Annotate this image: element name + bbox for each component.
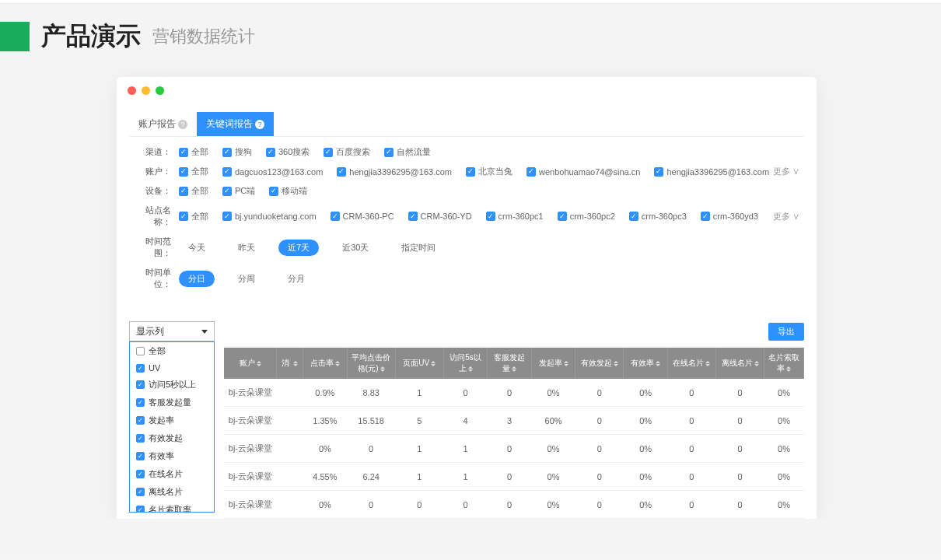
close-icon[interactable] — [128, 86, 136, 95]
minimize-icon[interactable] — [142, 86, 150, 95]
range-pill[interactable]: 指定时间 — [392, 240, 445, 256]
sort-icon[interactable] — [754, 361, 759, 366]
column-header[interactable]: 消 — [277, 348, 303, 379]
unit-pill[interactable]: 分周 — [229, 271, 264, 287]
column-header[interactable]: 访问5s以上 — [443, 348, 487, 379]
checkbox-icon — [324, 148, 333, 157]
table-cell: 0% — [764, 379, 804, 407]
export-button[interactable]: 导出 — [768, 323, 804, 341]
column-dropdown[interactable]: 全部UV访问5秒以上客服发起量发起率有效发起有效率在线名片离线名片名片索取率有效… — [129, 341, 215, 513]
filter-checkbox[interactable]: CRM-360-PC — [331, 212, 394, 221]
dropdown-label: 访问5秒以上 — [149, 379, 196, 390]
help-icon[interactable]: ? — [255, 120, 264, 129]
column-header[interactable]: 客服发起量 — [488, 348, 531, 379]
dropdown-item[interactable]: 有效率 — [130, 447, 214, 465]
column-header[interactable]: 页面UV — [395, 348, 443, 379]
column-header[interactable]: 平均点击价格(元) — [347, 348, 395, 379]
filter-checkbox[interactable]: 北京当兔 — [466, 166, 512, 177]
filter-checkbox[interactable]: crm-360pc3 — [629, 212, 687, 221]
filter-checkbox[interactable]: 百度搜索 — [324, 146, 370, 158]
filter-checkbox[interactable]: 自然流量 — [384, 146, 431, 158]
filter-checkbox[interactable]: hengjia3396295@163.com — [337, 167, 452, 177]
filter-checkbox[interactable]: bj.yunduoketang.com — [222, 212, 317, 221]
dropdown-item[interactable]: 在线名片 — [130, 465, 214, 483]
filter-checkbox[interactable]: 移动端 — [269, 185, 307, 197]
filter-checkbox[interactable]: 全部 — [179, 166, 208, 177]
filter-checkbox[interactable]: CRM-360-YD — [408, 212, 472, 221]
more-sites[interactable]: 更多 ∨ — [773, 211, 804, 222]
sort-icon[interactable] — [512, 366, 516, 372]
filter-checkbox[interactable]: 360搜索 — [266, 146, 310, 158]
sort-icon[interactable] — [656, 361, 660, 366]
dropdown-item[interactable]: 客服发起量 — [130, 394, 214, 411]
sort-icon[interactable] — [380, 366, 385, 372]
help-icon[interactable]: ? — [178, 120, 187, 129]
table-cell: 0 — [443, 491, 487, 519]
sort-icon[interactable] — [614, 361, 618, 366]
checkbox-icon — [136, 347, 145, 355]
table-cell: 0% — [531, 491, 575, 519]
sort-icon[interactable] — [293, 361, 298, 366]
unit-pill[interactable]: 分日 — [179, 271, 215, 287]
dropdown-item[interactable]: UV — [130, 360, 214, 376]
column-header[interactable]: 名片索取率 — [764, 348, 804, 379]
checkbox-icon — [179, 212, 188, 221]
table-cell — [277, 379, 303, 407]
range-pill[interactable]: 近7天 — [278, 240, 319, 256]
filter-checkbox[interactable]: dagcuos123@163.com — [222, 167, 323, 177]
checkbox-icon — [179, 167, 188, 177]
column-header[interactable]: 点击率 — [303, 348, 347, 379]
sort-icon[interactable] — [786, 366, 791, 372]
sort-icon[interactable] — [335, 361, 340, 366]
column-header[interactable]: 在线名片 — [667, 348, 715, 379]
dropdown-item[interactable]: 全部 — [130, 342, 214, 360]
sort-icon[interactable] — [705, 361, 710, 366]
column-header[interactable]: 有效发起 — [575, 348, 624, 379]
table-cell: 0% — [624, 379, 667, 407]
dropdown-label: 全部 — [149, 345, 166, 357]
filter-checkbox[interactable]: crm-360yd3 — [701, 212, 758, 221]
dropdown-item[interactable]: 访问5秒以上 — [130, 376, 214, 394]
filter-checkbox[interactable]: 全部 — [179, 146, 208, 158]
filter-checkbox[interactable]: crm-360pc1 — [486, 212, 544, 221]
table-cell: 0 — [347, 435, 395, 463]
dropdown-item[interactable]: 发起率 — [130, 411, 214, 429]
range-pill[interactable]: 今天 — [179, 240, 215, 256]
page-subtitle: 营销数据统计 — [152, 25, 255, 48]
dropdown-item[interactable]: 离线名片 — [130, 483, 214, 501]
filter-checkbox[interactable]: hengjia3396295@163.com — [654, 167, 769, 177]
filter-checkbox[interactable]: crm-360pc2 — [558, 212, 615, 221]
tab-keyword-report[interactable]: 关键词报告 ? — [197, 112, 274, 136]
sort-icon[interactable] — [468, 366, 473, 372]
column-header[interactable]: 有效率 — [624, 348, 667, 379]
checkbox-icon — [701, 212, 710, 221]
sort-icon[interactable] — [564, 361, 568, 366]
filter-label-site: 站点名称： — [129, 205, 179, 228]
maximize-icon[interactable] — [156, 86, 164, 95]
column-select[interactable]: 显示列 — [129, 321, 215, 341]
column-header[interactable]: 离线名片 — [715, 348, 764, 379]
range-pill[interactable]: 近30天 — [333, 240, 378, 256]
table-cell: 4 — [443, 407, 487, 435]
checkbox-label: CRM-360-YD — [421, 212, 472, 221]
dropdown-item[interactable]: 有效发起 — [130, 429, 214, 447]
filter-checkbox[interactable]: PC端 — [222, 185, 255, 197]
checkbox-label: crm-360pc2 — [570, 212, 615, 221]
checkbox-icon — [331, 212, 340, 221]
column-header[interactable]: 账户 — [224, 348, 277, 379]
tab-account-report[interactable]: 账户报告 ? — [129, 112, 197, 136]
dropdown-item[interactable]: 名片索取率 — [130, 501, 214, 513]
filter-checkbox[interactable]: wenbohuamao74@sina.cn — [526, 167, 640, 177]
more-accounts[interactable]: 更多 ∨ — [773, 166, 804, 177]
table-cell: 0 — [715, 463, 764, 491]
filter-checkbox[interactable]: 全部 — [179, 211, 208, 222]
sort-icon[interactable] — [431, 361, 436, 366]
filter-checkbox[interactable]: 搜狗 — [222, 146, 252, 158]
window-controls — [117, 77, 817, 104]
filter-checkbox[interactable]: 全部 — [179, 185, 208, 197]
unit-pill[interactable]: 分月 — [278, 271, 314, 287]
column-header[interactable]: 发起率 — [531, 348, 575, 379]
table-row: bj-云朵课堂0%00000%00%000% — [224, 491, 804, 519]
sort-icon[interactable] — [257, 361, 261, 366]
range-pill[interactable]: 昨天 — [229, 240, 264, 256]
